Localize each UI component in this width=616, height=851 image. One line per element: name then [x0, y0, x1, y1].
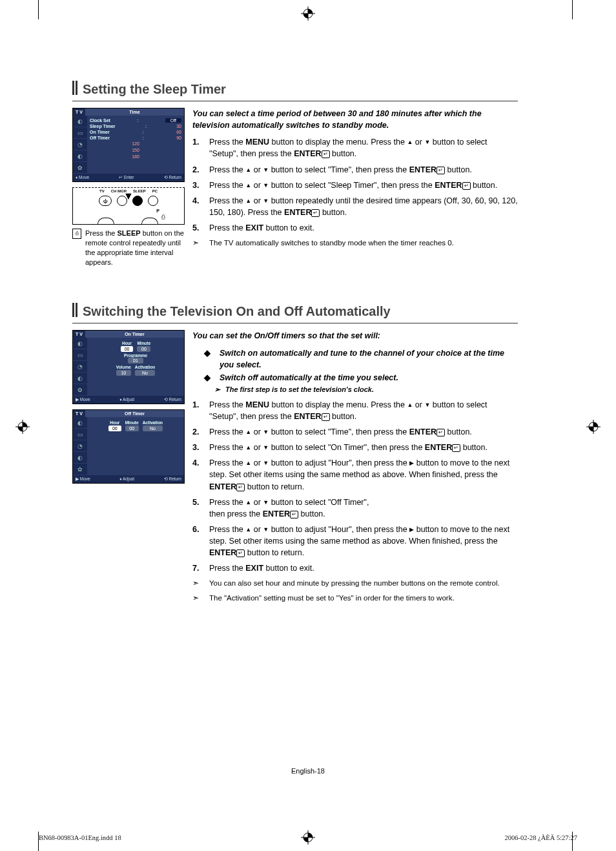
note: ➣ You can also set hour and minute by pr… — [192, 578, 518, 589]
down-icon: ▼ — [263, 459, 269, 467]
remote-btn-label: PC — [152, 189, 158, 193]
side-note: ⎙ Press the SLEEP button on the remote c… — [72, 229, 185, 267]
up-icon: ▲ — [245, 498, 251, 507]
divider — [72, 323, 518, 323]
enter-icon: ↵ — [311, 209, 320, 217]
registration-mark-icon — [586, 420, 601, 434]
svg-rect-13 — [76, 81, 77, 95]
step-number: 2. — [192, 426, 203, 438]
step: 5.Press the EXIT button to exit. — [192, 222, 518, 234]
remote-diagram: TV CH MGR SLEEP PC ⏻ ▼ P ⎙ — [72, 187, 185, 225]
arrow-down-icon: ▼ — [123, 190, 134, 202]
sidebar-icon: ✿ — [73, 464, 87, 475]
heading-text: Setting the Sleep Timer — [83, 82, 226, 97]
enter-icon: ↵ — [236, 484, 245, 491]
crop-mark — [38, 0, 39, 19]
svg-rect-14 — [72, 303, 74, 317]
step: 3.Press the ▲ or ▼ button to select "On … — [192, 442, 518, 453]
sidebar-icon: ◐ — [73, 150, 87, 162]
section-intro: You can set the On/Off timers so that th… — [192, 330, 518, 342]
up-icon: ▲ — [407, 401, 413, 409]
up-icon: ▲ — [407, 138, 413, 147]
menu-footer: ▶ Move ♦ Adjust ⟲ Return — [73, 475, 184, 483]
up-icon: ▲ — [245, 166, 251, 174]
step: 7.Press the EXIT button to exit. — [192, 562, 518, 574]
enter-icon: ↵ — [236, 549, 245, 557]
menu-row: Off Timer:90 — [90, 135, 181, 141]
sidebar-icon: ◐ — [73, 116, 87, 127]
left-column: T V Time ◐ ▭ ◔ ◐ ✿ Clock Set:Off Sleep T… — [72, 108, 185, 267]
note-arrow-icon: ➣ — [192, 238, 203, 249]
down-icon: ▼ — [263, 197, 269, 205]
page-content: Setting the Sleep Timer T V Time ◐ ▭ ◔ ◐… — [72, 81, 518, 604]
tv-menu-screenshot: T V Time ◐ ▭ ◔ ◐ ✿ Clock Set:Off Sleep T… — [72, 108, 185, 182]
sidebar-icon: ▭ — [73, 429, 87, 440]
step-text: Press the ▲ or ▼ button repeatedly until… — [209, 195, 518, 218]
down-icon: ▼ — [263, 444, 269, 452]
step-text: Press the EXIT button to exit. — [209, 222, 518, 234]
step-number: 6. — [192, 524, 203, 559]
svg-rect-12 — [72, 81, 74, 95]
menu-sidebar: ◐ ▭ ◔ ◐ ✿ — [73, 417, 87, 475]
note-arrow-icon: ➣ — [192, 593, 203, 604]
enter-icon: ↵ — [436, 429, 445, 436]
step-text: Press the MENU button to display the men… — [209, 136, 518, 159]
up-icon: ▲ — [245, 444, 251, 452]
steps-list: 1.Press the MENU button to display the m… — [192, 136, 518, 234]
note-arrow-icon: ➣ — [214, 385, 220, 395]
tv-label: T V — [73, 331, 85, 338]
enter-icon: ↵ — [452, 444, 460, 452]
down-icon: ▼ — [263, 166, 269, 174]
menu-sidebar: ◐ ▭ ◔ ◐ ✿ — [73, 116, 87, 174]
step: 5.Press the ▲ or ▼ button to select "Off… — [192, 497, 518, 520]
menu-footer: ♦ Move ↵ Enter ⟲ Return — [73, 174, 184, 181]
step: 4.Press the ▲ or ▼ button repeatedly unt… — [192, 195, 518, 218]
step-text: Press the ▲ or ▼ button to select "Off T… — [209, 497, 518, 520]
step: 4.Press the ▲ or ▼ button to adjust "Hou… — [192, 457, 518, 492]
remote-button-highlighted — [132, 196, 143, 206]
step-number: 3. — [192, 179, 203, 191]
remote-button: ⏻ — [99, 196, 112, 206]
note-arrow-icon: ➣ — [192, 578, 203, 589]
right-column: You can set the On/Off timers so that th… — [192, 330, 518, 603]
tv-menu-screenshot: T V On Timer ◐ ▭ ◔ ◐ ✿ Hour00 Minute00 — [72, 330, 185, 404]
up-icon: ▲ — [245, 459, 251, 467]
section-heading: Setting the Sleep Timer — [72, 81, 518, 98]
sidebar-icon: ◔ — [73, 361, 87, 373]
down-icon: ▼ — [263, 526, 269, 534]
remote-btn-label: TV — [99, 189, 105, 193]
enter-icon: ↵ — [322, 413, 330, 421]
heading-text: Switching the Television On and Off Auto… — [83, 304, 391, 319]
menu-row: Sleep Timer:30 — [90, 123, 181, 129]
note-text: Press the SLEEP button on the remote con… — [85, 229, 185, 267]
diamond-icon: ◆ — [204, 372, 213, 384]
menu-options: 120 150 180 — [90, 141, 181, 159]
step: 2.Press the ▲ or ▼ button to select "Tim… — [192, 426, 518, 438]
remote-button — [148, 196, 158, 206]
section-intro: You can select a time period of between … — [192, 108, 518, 131]
step-text: Press the ▲ or ▼ button to select "Time"… — [209, 426, 518, 438]
step-text: Press the EXIT button to exit. — [209, 562, 518, 574]
down-icon: ▼ — [263, 181, 269, 190]
step-number: 4. — [192, 195, 203, 218]
sidebar-icon: ✿ — [73, 162, 87, 174]
remote-icon: ⎙ — [161, 214, 165, 220]
enter-icon: ↵ — [322, 150, 330, 158]
print-date: 2006-02-28 ¿ÀÈÄ 5:27:27 — [504, 834, 577, 841]
right-icon: ▶ — [409, 459, 414, 467]
sidebar-icon: ◐ — [73, 338, 87, 349]
down-icon: ▼ — [424, 401, 430, 409]
step-number: 5. — [192, 497, 203, 520]
sidebar-icon: ◐ — [73, 373, 87, 384]
p-label: P — [156, 209, 159, 213]
divider — [72, 101, 518, 101]
note-box-icon: ⎙ — [72, 229, 81, 239]
registration-mark-icon — [15, 420, 30, 434]
sub-note: ➣The first step is to set the television… — [214, 385, 518, 395]
remote-button — [98, 218, 114, 224]
step: 6.Press the ▲ or ▼ button to adjust "Hou… — [192, 524, 518, 559]
menu-sidebar: ◐ ▭ ◔ ◐ ✿ — [73, 338, 87, 396]
menu-row: Clock Set:Off — [90, 118, 181, 123]
registration-mark-icon — [301, 6, 315, 21]
svg-rect-15 — [76, 303, 77, 317]
